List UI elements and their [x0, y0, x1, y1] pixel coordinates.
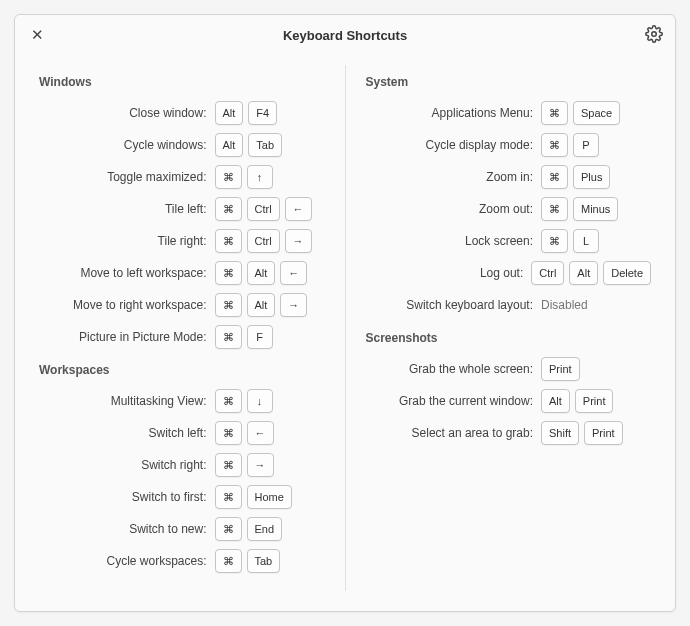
section-title-system: System: [366, 75, 652, 89]
shortcut-row[interactable]: Switch to first:⌘Home: [39, 481, 325, 513]
titlebar: ✕ Keyboard Shortcuts: [15, 15, 675, 55]
shortcut-row[interactable]: Switch right:⌘→: [39, 449, 325, 481]
key-cap: Ctrl: [531, 261, 564, 285]
key-cap: ⌘: [215, 517, 242, 541]
shortcut-row[interactable]: Grab the current window:AltPrint: [366, 385, 652, 417]
key-cap: ←: [280, 261, 307, 285]
shortcut-keys: CtrlAltDelete: [531, 261, 651, 285]
shortcut-row[interactable]: Log out:CtrlAltDelete: [366, 257, 652, 289]
shortcut-row[interactable]: Multitasking View:⌘↓: [39, 385, 325, 417]
key-cap: L: [573, 229, 599, 253]
key-cap: Alt: [541, 389, 570, 413]
shortcut-row[interactable]: Select an area to grab:ShiftPrint: [366, 417, 652, 449]
shortcut-label: Move to left workspace:: [39, 266, 215, 280]
key-cap: ⌘: [541, 165, 568, 189]
key-cap: →: [285, 229, 312, 253]
key-cap: Space: [573, 101, 620, 125]
shortcut-keys: ⌘←: [215, 421, 325, 445]
shortcut-label: Lock screen:: [366, 234, 542, 248]
right-column: System Applications Menu:⌘SpaceCycle dis…: [345, 65, 652, 591]
shortcut-keys: ⌘P: [541, 133, 651, 157]
shortcut-keys: ⌘End: [215, 517, 325, 541]
key-cap: Minus: [573, 197, 618, 221]
shortcut-row[interactable]: Close window:AltF4: [39, 97, 325, 129]
key-cap: Print: [541, 357, 580, 381]
key-cap: ⌘: [215, 165, 242, 189]
shortcut-row[interactable]: Lock screen:⌘L: [366, 225, 652, 257]
key-cap: Shift: [541, 421, 579, 445]
key-cap: Alt: [569, 261, 598, 285]
svg-point-0: [652, 32, 657, 37]
key-cap: ⌘: [215, 325, 242, 349]
shortcut-label: Picture in Picture Mode:: [39, 330, 215, 344]
shortcut-keys: ⌘→: [215, 453, 325, 477]
shortcut-label: Close window:: [39, 106, 215, 120]
key-cap: ⌘: [215, 229, 242, 253]
key-cap: ⌘: [215, 197, 242, 221]
key-cap: F4: [248, 101, 277, 125]
shortcut-keys: ⌘L: [541, 229, 651, 253]
shortcut-row[interactable]: Cycle windows:AltTab: [39, 129, 325, 161]
key-cap: Home: [247, 485, 292, 509]
shortcut-row[interactable]: Move to right workspace:⌘Alt→: [39, 289, 325, 321]
shortcut-row[interactable]: Cycle display mode:⌘P: [366, 129, 652, 161]
shortcut-keys: Print: [541, 357, 651, 381]
shortcut-label: Applications Menu:: [366, 106, 542, 120]
key-cap: ⌘: [541, 229, 568, 253]
key-cap: ←: [247, 421, 274, 445]
key-cap: ⌘: [215, 453, 242, 477]
left-column: Windows Close window:AltF4Cycle windows:…: [39, 65, 345, 591]
shortcut-label: Switch right:: [39, 458, 215, 472]
shortcut-keys: ⌘Ctrl←: [215, 197, 325, 221]
shortcut-row[interactable]: Toggle maximized:⌘↑: [39, 161, 325, 193]
key-cap: End: [247, 517, 283, 541]
window-title: Keyboard Shortcuts: [15, 28, 675, 43]
key-cap: ↓: [247, 389, 273, 413]
key-cap: ⌘: [541, 133, 568, 157]
key-cap: Alt: [247, 261, 276, 285]
shortcut-label: Switch keyboard layout:: [366, 298, 542, 312]
section-title-windows: Windows: [39, 75, 325, 89]
shortcut-row[interactable]: Zoom out:⌘Minus: [366, 193, 652, 225]
close-icon[interactable]: ✕: [25, 26, 49, 44]
shortcut-label: Log out:: [366, 266, 532, 280]
shortcut-keys: ⌘F: [215, 325, 325, 349]
key-cap: ⌘: [541, 101, 568, 125]
shortcut-row[interactable]: Switch left:⌘←: [39, 417, 325, 449]
shortcut-label: Move to right workspace:: [39, 298, 215, 312]
shortcuts-window: ✕ Keyboard Shortcuts Windows Close windo…: [14, 14, 676, 612]
key-cap: ⌘: [215, 549, 242, 573]
shortcut-label: Grab the current window:: [366, 394, 542, 408]
shortcut-row[interactable]: Zoom in:⌘Plus: [366, 161, 652, 193]
shortcut-row[interactable]: Tile left:⌘Ctrl←: [39, 193, 325, 225]
shortcut-keys: ShiftPrint: [541, 421, 651, 445]
shortcut-row[interactable]: Picture in Picture Mode:⌘F: [39, 321, 325, 353]
section-windows: Close window:AltF4Cycle windows:AltTabTo…: [39, 97, 325, 353]
shortcut-label: Switch to first:: [39, 490, 215, 504]
shortcut-row[interactable]: Tile right:⌘Ctrl→: [39, 225, 325, 257]
shortcut-row[interactable]: Cycle workspaces:⌘Tab: [39, 545, 325, 577]
shortcut-row[interactable]: Switch keyboard layout:Disabled: [366, 289, 652, 321]
shortcut-keys: ⌘Ctrl→: [215, 229, 325, 253]
key-cap: ⌘: [215, 261, 242, 285]
shortcut-label: Switch left:: [39, 426, 215, 440]
shortcut-row[interactable]: Switch to new:⌘End: [39, 513, 325, 545]
shortcut-label: Zoom in:: [366, 170, 542, 184]
shortcut-row[interactable]: Applications Menu:⌘Space: [366, 97, 652, 129]
shortcut-label: Select an area to grab:: [366, 426, 542, 440]
key-cap: ⌘: [215, 421, 242, 445]
shortcut-row[interactable]: Move to left workspace:⌘Alt←: [39, 257, 325, 289]
key-cap: ⌘: [215, 389, 242, 413]
shortcut-label: Switch to new:: [39, 522, 215, 536]
shortcut-label: Cycle display mode:: [366, 138, 542, 152]
key-cap: ⌘: [541, 197, 568, 221]
shortcut-row[interactable]: Grab the whole screen:Print: [366, 353, 652, 385]
shortcut-label: Zoom out:: [366, 202, 542, 216]
gear-icon[interactable]: [645, 25, 665, 45]
shortcut-keys: AltTab: [215, 133, 325, 157]
shortcut-label: Multitasking View:: [39, 394, 215, 408]
shortcut-label: Grab the whole screen:: [366, 362, 542, 376]
shortcut-keys: AltF4: [215, 101, 325, 125]
key-cap: Print: [584, 421, 623, 445]
shortcut-keys: ⌘Home: [215, 485, 325, 509]
